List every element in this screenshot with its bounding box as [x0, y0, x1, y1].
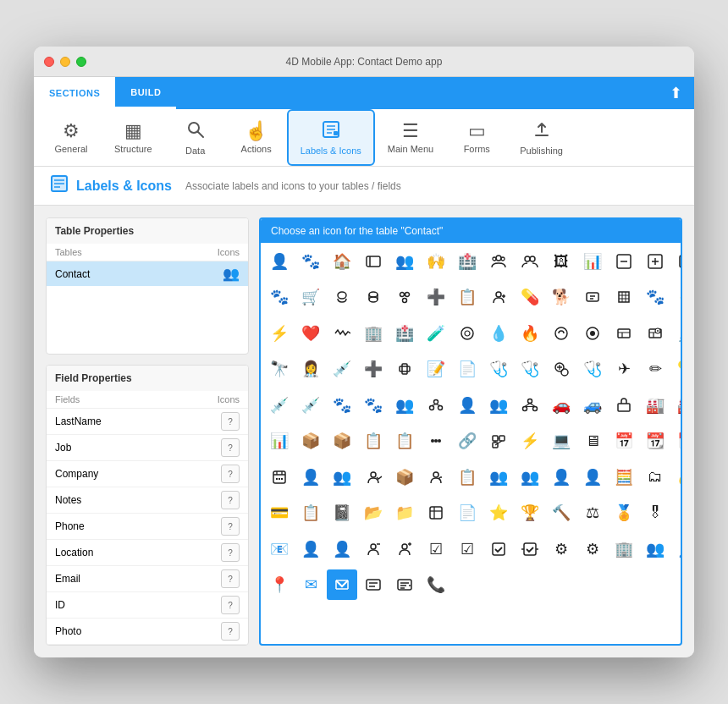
icon-cell[interactable] [295, 606, 326, 636]
icon-cell[interactable] [483, 569, 514, 600]
icon-cell[interactable]: 🙌 [421, 246, 451, 277]
icon-cell[interactable]: 💉 [295, 390, 326, 421]
icon-cell[interactable]: 📂 [358, 498, 389, 528]
icon-cell[interactable]: 🔭 [264, 354, 295, 384]
field-icon-box[interactable]: ? [221, 569, 240, 588]
tab-publishing[interactable]: Publishing [507, 109, 576, 166]
icon-cell[interactable] [421, 498, 451, 528]
icon-cell[interactable]: 🩺 [515, 354, 545, 384]
icon-cell[interactable] [358, 534, 389, 564]
icon-cell[interactable]: 📆 [640, 426, 670, 456]
icon-cell[interactable]: 🏥 [389, 318, 420, 349]
icon-cell[interactable]: 🔬 [671, 318, 681, 349]
icon-cell[interactable]: 🖼 [546, 246, 576, 277]
icon-cell[interactable]: 🐾 [327, 390, 357, 421]
icon-cell[interactable]: ☑ [452, 534, 483, 564]
field-row[interactable]: Company ? [47, 461, 248, 487]
close-button[interactable] [44, 57, 54, 67]
icon-cell[interactable] [577, 282, 608, 312]
icon-cell[interactable] [421, 390, 451, 421]
icon-cell[interactable]: 🐾 [640, 282, 670, 312]
icon-cell[interactable]: 🖥 [577, 426, 608, 456]
field-row[interactable]: Location ? [47, 540, 248, 566]
icon-cell[interactable] [515, 569, 545, 600]
tab-labels-icons[interactable]: Labels & Icons [287, 109, 375, 166]
field-row[interactable]: Phone ? [47, 514, 248, 540]
field-icon-box[interactable]: ? [221, 596, 240, 614]
icon-cell[interactable] [327, 569, 357, 600]
icon-cell[interactable]: 📁 [389, 498, 420, 528]
icon-cell[interactable]: 👥 [640, 534, 670, 564]
icon-cell[interactable]: 💉 [264, 390, 295, 421]
icon-cell[interactable]: ⚖ [577, 498, 608, 528]
icon-cell[interactable]: 👥 [389, 390, 420, 421]
icon-cell[interactable]: 📄 [452, 498, 483, 528]
icon-cell[interactable]: 📋 [358, 426, 389, 456]
icon-cell[interactable]: 👥 [515, 462, 545, 492]
icon-cell[interactable] [452, 569, 483, 600]
icon-cell[interactable] [609, 282, 639, 312]
icon-cell[interactable]: 🧮 [609, 462, 639, 492]
icon-cell[interactable] [640, 246, 670, 277]
icon-cell[interactable] [327, 318, 357, 349]
tab-main-menu[interactable]: ☰ Main Menu [375, 109, 446, 166]
icon-cell[interactable] [577, 318, 608, 349]
icon-cell[interactable]: 📓 [327, 498, 357, 528]
tab-structure[interactable]: ▦ Structure [102, 109, 165, 166]
icon-cell[interactable] [452, 318, 483, 349]
icon-cell[interactable]: ⚙ [546, 534, 576, 564]
icon-cell[interactable]: 👤 [546, 462, 576, 492]
icon-cell[interactable]: 👤 [452, 390, 483, 421]
icon-cell[interactable] [640, 569, 670, 600]
icon-cell[interactable]: 🏭 [671, 390, 681, 421]
icon-cell[interactable]: 👤 [295, 534, 326, 564]
icon-cell[interactable]: 🔨 [546, 498, 576, 528]
field-row[interactable]: Job ? [47, 435, 248, 461]
field-row[interactable]: Notes ? [47, 487, 248, 514]
icon-cell[interactable] [609, 246, 639, 277]
icon-cell[interactable]: 📝 [421, 354, 451, 384]
icon-cell[interactable] [609, 569, 639, 600]
icon-cell[interactable]: 🏅 [609, 498, 639, 528]
icon-cell[interactable]: 👥 [483, 462, 514, 492]
icon-cell[interactable] [546, 569, 576, 600]
icon-cell[interactable] [546, 354, 576, 384]
icon-cell[interactable]: 💻 [546, 426, 576, 456]
icon-cell[interactable]: 📞 [421, 569, 451, 600]
icon-cell[interactable]: ✏ [640, 354, 670, 384]
icon-cell[interactable] [264, 606, 295, 636]
icon-cell[interactable] [515, 390, 545, 421]
icon-cell[interactable] [546, 318, 576, 349]
icon-cell[interactable]: 📊 [264, 426, 295, 456]
icon-cell[interactable]: 👤 [295, 462, 326, 492]
icon-cell[interactable]: 🩺 [483, 354, 514, 384]
icon-cell[interactable] [483, 282, 514, 312]
field-icon-box[interactable]: ? [221, 491, 240, 509]
icon-cell[interactable] [389, 569, 420, 600]
icon-cell[interactable]: ➕ [358, 354, 389, 384]
maximize-button[interactable] [76, 57, 86, 67]
icon-cell[interactable]: 📋 [389, 426, 420, 456]
field-row[interactable]: ID ? [47, 592, 248, 619]
icon-cell[interactable]: 🐾 [264, 282, 295, 312]
icon-cell[interactable]: 🏢 [609, 534, 639, 564]
field-icon-box[interactable]: ? [221, 543, 240, 562]
icon-cell[interactable]: 📋 [295, 498, 326, 528]
icon-cell[interactable]: ✉ [671, 498, 681, 528]
field-row[interactable]: Email ? [47, 566, 248, 592]
icon-cell[interactable] [421, 462, 451, 492]
nav-build[interactable]: BUILD [115, 77, 176, 109]
icon-cell[interactable]: 🗂 [640, 462, 670, 492]
icon-cell[interactable]: 📧 [264, 534, 295, 564]
icon-cell[interactable] [515, 534, 545, 564]
table-row[interactable]: Contact 👥 [47, 261, 248, 286]
icon-cell[interactable]: 💧 [483, 318, 514, 349]
icon-cell[interactable] [389, 282, 420, 312]
tab-actions[interactable]: ☝ Actions [226, 109, 287, 166]
icon-cell[interactable]: 💊 [515, 282, 545, 312]
icon-cell[interactable] [358, 462, 389, 492]
field-row[interactable]: Photo ? [47, 619, 248, 645]
icon-cell[interactable] [327, 282, 357, 312]
icon-cell[interactable] [671, 569, 681, 600]
icon-cell[interactable]: 📍 [264, 569, 295, 600]
